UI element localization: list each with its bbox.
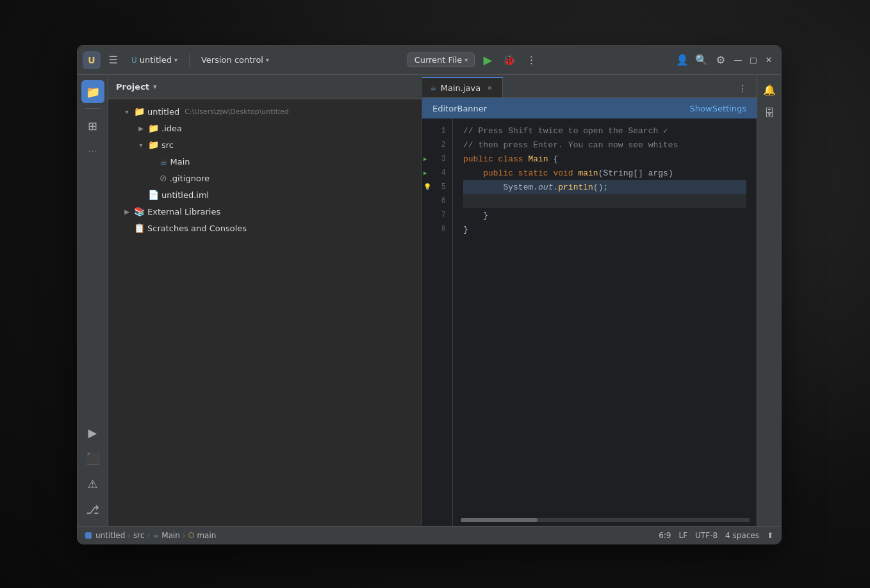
vcs-label: Version control: [201, 55, 263, 65]
line-num-2: 2: [422, 138, 452, 152]
status-file-icon: [85, 532, 92, 539]
status-bar: untitled › src › ☕ Main › ⬡ main 6:9 LF …: [78, 526, 781, 544]
sidebar-item-problems[interactable]: ⚠: [81, 472, 104, 495]
breadcrumb-src[interactable]: src: [133, 531, 145, 540]
tree-name-src: src: [161, 140, 174, 150]
library-icon: 📚: [134, 206, 145, 216]
tree-arrow-icon: ▶: [122, 208, 131, 215]
tree-name-ext-libs: External Libraries: [147, 207, 220, 216]
code-line-6: [463, 194, 746, 208]
notifications-button[interactable]: 🔔: [760, 80, 779, 99]
tree-item-scratches[interactable]: 📋 Scratches and Consoles: [108, 220, 422, 236]
run-config-button[interactable]: Current File ▾: [407, 53, 475, 67]
breadcrumb-method-main[interactable]: main: [197, 531, 216, 540]
tree-name-scratches: Scratches and Consoles: [147, 224, 247, 233]
line-num-6: 6: [422, 194, 452, 208]
tabs-right-actions: ⋮: [728, 79, 757, 97]
database-button[interactable]: 🗄: [760, 103, 779, 122]
sidebar-item-git[interactable]: ⎇: [81, 498, 104, 521]
tree-arrow-icon: ▶: [136, 125, 145, 132]
right-sidebar: 🔔 🗄: [757, 75, 781, 526]
content-area: 📁 ⊞ ··· ▶ ⬛ ⚠ ⎇ Project ▾ ▾ 📁 u: [78, 75, 781, 526]
status-position[interactable]: 6:9: [659, 531, 671, 540]
tree-item-idea[interactable]: ▶ 📁 .idea: [108, 120, 422, 136]
tree-item-src[interactable]: ▾ 📁 src: [108, 136, 422, 153]
sidebar-item-terminal[interactable]: ⬛: [81, 446, 104, 470]
editor-tab-main[interactable]: ☕ Main.java ✕: [422, 77, 503, 97]
debug-button[interactable]: 🐞: [500, 51, 518, 69]
code-line-8: }: [463, 222, 746, 236]
breadcrumb-main[interactable]: Main: [161, 531, 180, 540]
sidebar-item-plugins[interactable]: ⊞: [81, 114, 104, 137]
folder-icon: 📁: [134, 106, 145, 117]
file-tree-panel: Project ▾ ▾ 📁 untitled C:\Users\zjw\Desk…: [108, 75, 422, 526]
code-line-5: System.out.println();: [463, 180, 746, 194]
left-toolbar: 📁 ⊞ ··· ▶ ⬛ ⚠ ⎇: [78, 75, 108, 526]
breadcrumb-arrow-2: ›: [147, 531, 151, 540]
line-num-8: 8: [422, 222, 452, 236]
tree-item-ext-libs[interactable]: ▶ 📚 External Libraries: [108, 203, 422, 220]
sidebar-item-run[interactable]: ▶: [81, 421, 104, 444]
line-num-5: 💡 5: [422, 180, 452, 194]
tree-item-gitignore[interactable]: ⊘ .gitignore: [108, 170, 422, 186]
folder-icon: 📁: [148, 140, 159, 150]
project-switcher-button[interactable]: U untitled ▾: [126, 53, 183, 67]
scratches-icon: 📋: [134, 223, 145, 233]
maximize-button[interactable]: ▢: [746, 53, 760, 67]
project-name-label: untitled: [140, 55, 172, 65]
code-line-7: }: [463, 208, 746, 222]
code-line-4: public static void main(String[] args): [463, 166, 746, 180]
tree-item-iml[interactable]: 📄 untitled.iml: [108, 186, 422, 203]
status-encoding[interactable]: UTF-8: [695, 531, 718, 540]
hamburger-menu-button[interactable]: ☰: [104, 51, 122, 69]
scroll-thumb[interactable]: [461, 518, 538, 522]
tree-item-main[interactable]: ☕ Main: [108, 153, 422, 170]
editor-tabs: ☕ Main.java ✕ ⋮: [422, 75, 757, 98]
tree-arrow-icon: ▾: [136, 142, 145, 149]
status-indent[interactable]: 4 spaces: [725, 531, 759, 540]
git-icon: ⊘: [160, 173, 167, 183]
search-button[interactable]: 🔍: [693, 51, 710, 69]
minimize-button[interactable]: —: [731, 53, 745, 67]
collab-button[interactable]: 👤: [673, 51, 691, 69]
vcs-button[interactable]: Version control ▾: [196, 53, 274, 67]
tree-name-iml: untitled.iml: [161, 190, 209, 200]
tab-close-button[interactable]: ✕: [484, 83, 495, 93]
more-run-options-button[interactable]: ⋮: [522, 51, 540, 69]
run-config-arrow-icon: ▾: [464, 56, 468, 63]
editor-area: ☕ Main.java ✕ ⋮ EditorBanner ShowSetting…: [422, 75, 757, 526]
tabs-more-button[interactable]: ⋮: [734, 79, 751, 97]
banner-text: EditorBanner: [432, 104, 487, 113]
code-content[interactable]: // Press Shift twice to open the Search …: [453, 118, 757, 526]
breadcrumb-method-icon: ⬡: [188, 531, 195, 539]
sidebar-item-project[interactable]: 📁: [81, 80, 104, 103]
panel-header: Project ▾: [108, 75, 422, 99]
settings-button[interactable]: ⚙: [712, 51, 730, 69]
java-icon: ☕: [160, 156, 168, 167]
breadcrumb: untitled › src › ☕ Main › ⬡ main: [85, 531, 216, 540]
bulb-indicator-icon: 💡: [423, 183, 431, 191]
toolbar-divider: [85, 108, 101, 109]
sidebar-item-more[interactable]: ···: [81, 140, 104, 163]
code-editor[interactable]: 1 2 ▶ 3 ▶ 4 💡 5 6 7 8: [422, 118, 757, 526]
breadcrumb-untitled[interactable]: untitled: [95, 531, 125, 540]
code-line-3: public class Main {: [463, 152, 746, 166]
status-line-ending[interactable]: LF: [678, 531, 687, 540]
window-actions: 👤 🔍 ⚙ — ▢ ✕: [673, 51, 776, 69]
status-push-icon[interactable]: ⬆: [767, 531, 773, 540]
toolbar-bottom: ▶ ⬛ ⚠ ⎇: [81, 421, 104, 521]
line-num-3: ▶ 3: [422, 152, 452, 166]
banner-action-button[interactable]: ShowSettings: [690, 104, 746, 113]
app-logo: U: [83, 51, 101, 69]
run-button[interactable]: ▶: [479, 51, 497, 69]
folder-icon: 📁: [148, 123, 159, 133]
panel-title-arrow[interactable]: ▾: [153, 83, 157, 91]
title-bar: U ☰ U untitled ▾ Version control ▾ Curre…: [78, 45, 781, 75]
title-bar-center: Current File ▾ ▶ 🐞 ⋮: [278, 51, 669, 69]
close-button[interactable]: ✕: [762, 53, 776, 67]
breadcrumb-java-icon: ☕: [152, 531, 159, 539]
horizontal-scrollbar[interactable]: [461, 518, 750, 522]
breadcrumb-arrow-3: ›: [183, 531, 186, 540]
tree-name-gitignore: .gitignore: [170, 174, 209, 183]
tree-item-untitled[interactable]: ▾ 📁 untitled C:\Users\zjw\Desktop\untitl…: [108, 103, 422, 120]
